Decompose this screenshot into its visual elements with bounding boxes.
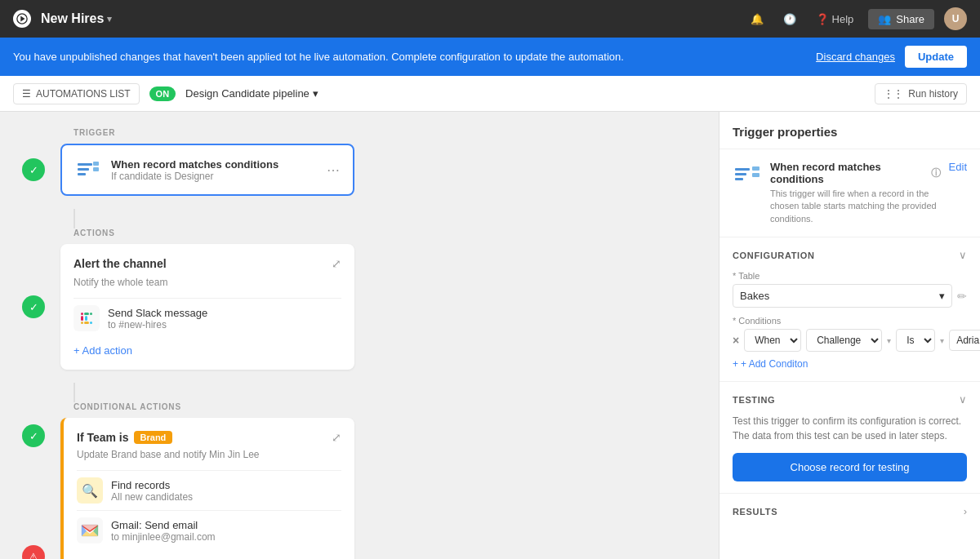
condition-op-select[interactable]: Is <box>896 329 935 352</box>
connector-line-1 <box>74 209 75 228</box>
slack-icon <box>74 305 100 331</box>
conditional-section: CONDITIONAL ACTIONS ✓ ⚠ If Team is Brand <box>16 402 702 559</box>
add-action-button[interactable]: + Add action <box>74 338 132 357</box>
find-records-content: Find records All new candidates <box>111 479 193 503</box>
automations-list-button[interactable]: ☰ AUTOMATIONS LIST <box>13 83 140 104</box>
connector-line-2 <box>74 383 75 402</box>
find-icon: 🔍 <box>77 477 103 504</box>
choose-record-button[interactable]: Choose record for testing <box>733 453 967 481</box>
canvas: TRIGGER ✓ <box>0 112 719 559</box>
toggle-container: ON <box>149 87 176 101</box>
action-expand-button[interactable]: ⤢ <box>332 257 341 270</box>
app-title[interactable]: New Hires ▾ <box>41 11 112 26</box>
svg-rect-16 <box>735 168 750 171</box>
svg-rect-5 <box>93 162 99 166</box>
top-nav: New Hires ▾ 🔔 🕐 ❓ Help 👥 Share U <box>0 0 980 38</box>
toolbar: ☰ AUTOMATIONS LIST ON Design Candidate p… <box>0 76 980 112</box>
if-label: If Team is <box>77 431 129 444</box>
history-button[interactable]: 🕐 <box>778 10 801 29</box>
table-edit-icon[interactable]: ✏ <box>957 290 967 303</box>
clock-icon: 🕐 <box>783 13 796 25</box>
update-button[interactable]: Update <box>905 46 967 68</box>
table-select-chevron: ▾ <box>939 290 945 302</box>
svg-rect-20 <box>752 173 760 177</box>
conditional-expand-button[interactable]: ⤢ <box>332 431 341 444</box>
discard-button[interactable]: Discard changes <box>816 51 895 63</box>
configuration-chevron[interactable]: ∨ <box>959 249 967 261</box>
conditional-actions-label: CONDITIONAL ACTIONS <box>16 402 702 411</box>
testing-header: TESTING ∨ <box>733 393 967 406</box>
share-button[interactable]: 👥 Share <box>868 9 934 29</box>
check-icon: ✓ <box>29 164 38 176</box>
svg-rect-7 <box>81 316 83 321</box>
testing-chevron[interactable]: ∨ <box>959 393 967 406</box>
slack-action-sub: to #new-hires <box>108 319 207 331</box>
run-history-button[interactable]: ⋮⋮ Run history <box>875 83 967 104</box>
toggle-button[interactable]: ON <box>149 87 176 101</box>
testing-title: TESTING <box>733 395 775 405</box>
condition-when-select[interactable]: When <box>744 329 801 352</box>
trigger-props-title: When record matches conditions ⓘ <box>770 161 941 185</box>
app-icon <box>13 10 31 28</box>
right-panel: Trigger properties When record matches c… <box>719 112 980 559</box>
action-card: Alert the channel ⤢ Notify the whole tea… <box>60 244 354 370</box>
action-card-header: Alert the channel ⤢ <box>74 257 341 270</box>
share-icon: 👥 <box>878 13 891 25</box>
condition-field-select[interactable]: Challenge <box>806 329 882 352</box>
help-label: Help <box>832 13 854 25</box>
gmail-svg <box>81 523 99 538</box>
table-select[interactable]: Bakes ▾ <box>733 284 952 308</box>
conditional-description: Update Brand base and notify Min Jin Lee <box>77 449 341 460</box>
help-button[interactable]: ❓ Help <box>811 10 859 29</box>
add-condition-button[interactable]: + + Add Conditon <box>733 358 808 370</box>
svg-point-13 <box>90 313 92 315</box>
banner-message: You have unpublished changes that haven'… <box>13 51 816 63</box>
check-icon-3: ✓ <box>29 430 38 442</box>
results-header: RESULTS › <box>733 505 967 517</box>
banner: You have unpublished changes that haven'… <box>0 38 980 76</box>
trigger-card-more-icon[interactable]: ⋯ <box>327 162 340 178</box>
results-chevron[interactable]: › <box>964 505 967 517</box>
trigger-node-row: ✓ When record matches con <box>16 144 702 196</box>
avatar[interactable]: U <box>944 7 967 30</box>
gmail-icon <box>77 517 103 543</box>
share-label: Share <box>896 13 924 25</box>
conditional-node-row: ✓ ⚠ If Team is Brand ⤢ Update Brand bas <box>16 418 702 559</box>
svg-rect-17 <box>735 173 746 175</box>
add-condition-plus: + <box>733 358 738 370</box>
svg-rect-8 <box>85 316 87 321</box>
svg-marker-1 <box>20 16 24 22</box>
slack-action-title: Send Slack message <box>108 307 207 319</box>
app-title-text: New Hires <box>41 11 104 26</box>
trigger-props-description: This trigger will fire when a record in … <box>770 188 941 225</box>
svg-rect-19 <box>752 166 760 171</box>
svg-rect-4 <box>78 173 86 175</box>
testing-description: Test this trigger to confirm its configu… <box>733 414 967 443</box>
gmail-action-title: Gmail: Send email <box>111 519 216 531</box>
configuration-section: CONFIGURATION ∨ * Table Bakes ▾ ✏ * Cond… <box>719 237 980 382</box>
pipeline-name-label: Design Candidate pipeline <box>185 87 310 100</box>
automations-list-label: AUTOMATIONS LIST <box>36 88 131 100</box>
trigger-card[interactable]: When record matches conditions If candid… <box>60 144 354 196</box>
notifications-button[interactable]: 🔔 <box>746 10 768 29</box>
if-badge: If Team is Brand <box>77 431 172 444</box>
svg-rect-3 <box>78 168 89 171</box>
trigger-props-svg <box>733 161 762 190</box>
run-history-label: Run history <box>908 88 958 100</box>
trigger-card-subtitle: If candidate is Designer <box>111 171 317 182</box>
pipeline-name[interactable]: Design Candidate pipeline ▾ <box>185 87 318 100</box>
trigger-props-title-text: When record matches conditions <box>770 161 928 185</box>
conditions-field-label: * Conditions <box>733 316 967 326</box>
condition-op-chevron: ▾ <box>940 336 944 345</box>
trigger-props-content: When record matches conditions ⓘ This tr… <box>770 161 941 225</box>
trigger-label: TRIGGER <box>16 128 702 137</box>
add-condition-label: + Add Conditon <box>741 358 808 370</box>
add-conditional-action-button[interactable]: + Add action <box>77 550 136 559</box>
condition-remove-button[interactable]: × <box>733 334 739 347</box>
testing-section: TESTING ∨ Test this trigger to confirm i… <box>719 382 980 494</box>
brand-badge: Brand <box>134 431 173 444</box>
conditional-header: If Team is Brand ⤢ <box>77 431 341 444</box>
action-node-row: ✓ Alert the channel ⤢ Notify the whole t… <box>16 244 702 370</box>
edit-button[interactable]: Edit <box>949 161 967 173</box>
banner-actions: Discard changes Update <box>816 46 967 68</box>
